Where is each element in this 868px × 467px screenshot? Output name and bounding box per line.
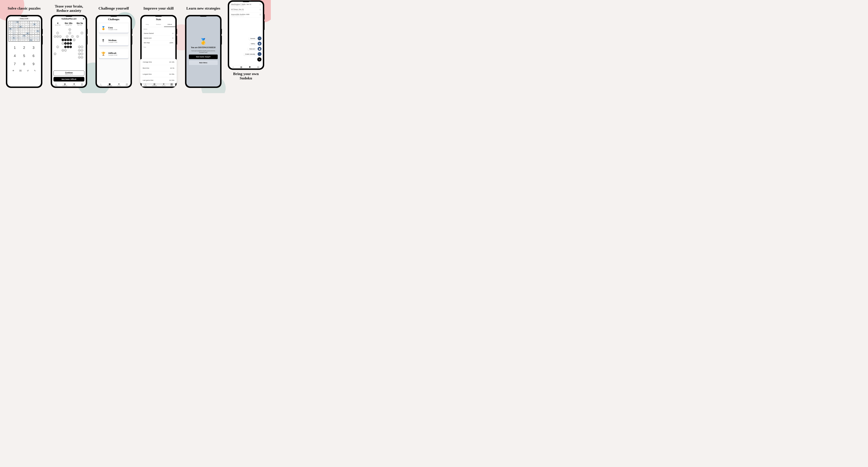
cell[interactable]: 9 bbox=[16, 26, 19, 28]
nav-item-challenges[interactable]: ▦Challenges bbox=[107, 83, 112, 86]
cell[interactable]: 1 bbox=[22, 30, 26, 32]
tab-medium[interactable]: Medium bbox=[153, 22, 164, 27]
numpad-key[interactable]: 7 bbox=[10, 60, 19, 68]
cell[interactable]: 6 bbox=[16, 35, 19, 37]
cell[interactable]: 5 bbox=[26, 32, 29, 35]
cell[interactable]: 5 bbox=[33, 23, 36, 26]
cell[interactable]: 7 bbox=[26, 23, 29, 26]
cell[interactable]: 9 bbox=[29, 35, 33, 37]
cell[interactable]: 8 bbox=[33, 26, 36, 28]
numpad-key[interactable]: 5 bbox=[20, 52, 28, 60]
numpad-key[interactable]: 6 bbox=[29, 52, 38, 60]
imported-puzzle-item[interactable]: NYTimes: Dec 31Imported 2020-01-14 23:25… bbox=[230, 7, 261, 12]
imported-puzzle-item[interactable]: Washington T daily: Jan 12Imported 2020-… bbox=[230, 2, 261, 7]
cell[interactable]: 8 bbox=[16, 28, 19, 30]
cell[interactable]: 4 bbox=[16, 37, 19, 39]
fab-gallery[interactable]: 🖼 bbox=[258, 42, 261, 46]
cell[interactable]: 8 bbox=[12, 35, 16, 37]
cell[interactable]: 6 bbox=[19, 23, 22, 26]
cell[interactable]: 8 bbox=[19, 32, 22, 35]
cell[interactable]: 8 bbox=[29, 30, 33, 32]
cell[interactable]: 1 bbox=[9, 32, 12, 35]
delete-icon[interactable]: − bbox=[259, 13, 261, 16]
cell[interactable]: 4 bbox=[9, 21, 12, 23]
cell[interactable]: 1 bbox=[29, 28, 33, 30]
cell[interactable]: 7 bbox=[19, 35, 22, 37]
cell[interactable]: 1 bbox=[26, 26, 29, 28]
cell[interactable]: 5 bbox=[9, 28, 12, 30]
new-game-button[interactable]: New Game: Difficult bbox=[54, 77, 84, 82]
sudoku-board[interactable]: 4359287168126379547695413825482961736274… bbox=[8, 21, 40, 41]
cell[interactable]: 3 bbox=[29, 26, 33, 28]
cell[interactable]: 7 bbox=[36, 37, 39, 39]
cell[interactable]: 3 bbox=[19, 39, 22, 41]
fab-close-icon[interactable]: ✕ bbox=[257, 57, 261, 61]
difficulty-timer-chip[interactable]: Easy | 0:38 bbox=[19, 18, 30, 20]
cell[interactable]: 1 bbox=[36, 35, 39, 37]
nav-item-stats[interactable]: ⫿⫿Stats bbox=[126, 83, 128, 86]
cell[interactable]: 5 bbox=[36, 30, 39, 32]
cell[interactable]: 2 bbox=[12, 30, 16, 32]
cell[interactable]: 4 bbox=[33, 32, 36, 35]
cell[interactable]: 8 bbox=[22, 37, 26, 39]
numpad-key[interactable]: 8 bbox=[20, 60, 28, 68]
cell[interactable]: 9 bbox=[19, 21, 22, 23]
delete-icon[interactable]: − bbox=[259, 8, 261, 10]
tab-easy[interactable]: Easy bbox=[142, 22, 153, 27]
note-icon[interactable]: ✎ bbox=[33, 69, 36, 72]
continue-button[interactable]: Continue Difficult ⏱ 0m 9s bbox=[54, 70, 84, 76]
undo-icon[interactable]: ↺ bbox=[26, 69, 29, 72]
nav-item-custom[interactable]: ✚Custom bbox=[117, 83, 121, 86]
cell[interactable]: 3 bbox=[16, 32, 19, 35]
cell[interactable]: 7 bbox=[12, 39, 16, 41]
cell[interactable]: 9 bbox=[29, 23, 33, 26]
hint-icon[interactable]: 👁 bbox=[12, 69, 15, 72]
nav-item-stats[interactable]: ⫿⫿Stats bbox=[170, 83, 173, 86]
more-icon[interactable]: ⋮ bbox=[38, 18, 39, 20]
cell[interactable]: 6 bbox=[26, 28, 29, 30]
number-pad[interactable]: 123456789 bbox=[7, 41, 41, 68]
cell[interactable]: 5 bbox=[12, 37, 16, 39]
cell[interactable]: 2 bbox=[29, 32, 33, 35]
cell[interactable]: 6 bbox=[9, 30, 12, 32]
nav-item-stats[interactable]: ⫿⫿Stats bbox=[81, 83, 83, 86]
numpad-key[interactable]: 9 bbox=[29, 60, 38, 68]
nav-item-custom[interactable]: ✚Custom bbox=[162, 83, 166, 86]
cell[interactable]: 8 bbox=[26, 21, 29, 23]
main-menu-button[interactable]: Main Menu bbox=[189, 60, 218, 65]
nav-item-challenges[interactable]: ▦Challenges bbox=[62, 83, 67, 86]
cell[interactable]: 4 bbox=[22, 26, 26, 28]
cell[interactable]: 3 bbox=[12, 21, 16, 23]
cell[interactable]: 5 bbox=[29, 39, 33, 41]
cell[interactable]: 1 bbox=[33, 21, 36, 23]
cell[interactable]: 7 bbox=[29, 21, 33, 23]
cell[interactable]: 3 bbox=[22, 23, 26, 26]
nav-item[interactable]: ▦ bbox=[240, 66, 242, 68]
nav-item-home[interactable]: ⌂Home bbox=[55, 83, 57, 86]
cell[interactable]: 2 bbox=[26, 39, 29, 41]
cell[interactable]: 4 bbox=[36, 23, 39, 26]
cell[interactable]: 3 bbox=[26, 30, 29, 32]
cell[interactable]: 3 bbox=[33, 35, 36, 37]
nav-item-home[interactable]: ⌂Home bbox=[144, 83, 147, 86]
cell[interactable]: 6 bbox=[36, 32, 39, 35]
fab-create-manually[interactable]: ➕ bbox=[258, 52, 261, 56]
cell[interactable]: 1 bbox=[19, 37, 22, 39]
cell[interactable]: 4 bbox=[12, 28, 16, 30]
cell[interactable]: 9 bbox=[9, 39, 12, 41]
cell[interactable]: 2 bbox=[33, 37, 36, 39]
numpad-key[interactable]: 1 bbox=[10, 44, 19, 52]
cell[interactable]: 7 bbox=[22, 32, 26, 35]
nav-item-custom[interactable]: ✚Custom bbox=[72, 83, 76, 86]
cell[interactable]: 6 bbox=[36, 21, 39, 23]
cell[interactable]: 9 bbox=[33, 30, 36, 32]
cell[interactable]: 2 bbox=[22, 21, 26, 23]
cell[interactable]: 3 bbox=[9, 37, 12, 39]
nav-item[interactable]: ⌂ bbox=[232, 66, 234, 68]
cell[interactable]: 1 bbox=[16, 39, 19, 41]
cell[interactable]: 8 bbox=[9, 23, 12, 26]
cell[interactable]: 7 bbox=[9, 26, 12, 28]
cell[interactable]: 5 bbox=[16, 21, 19, 23]
fab-camera[interactable]: 📷 bbox=[258, 36, 261, 40]
cell[interactable]: 6 bbox=[22, 39, 26, 41]
